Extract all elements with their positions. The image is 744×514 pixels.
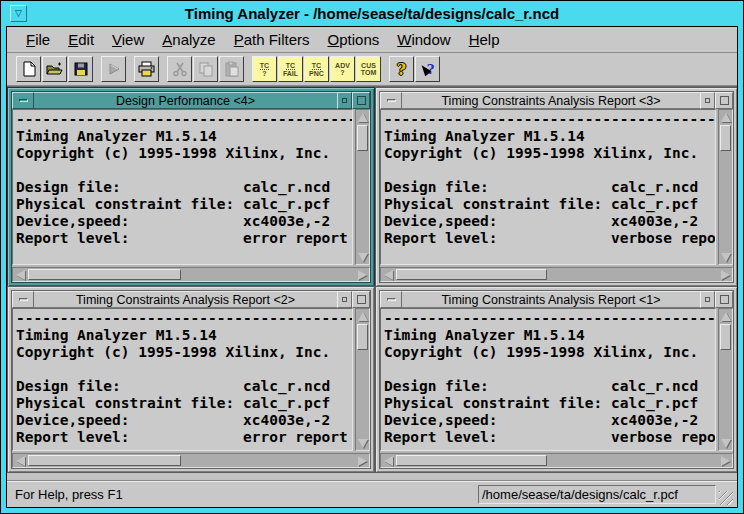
scroll-right-arrow[interactable] [355, 454, 369, 467]
scroll-left-arrow[interactable] [13, 454, 27, 467]
tc-fail-label-bottom: FAIL [283, 70, 298, 77]
menu-help[interactable]: Help [460, 28, 509, 51]
help-button[interactable]: ? [389, 56, 414, 82]
scroll-up-arrow[interactable] [719, 110, 732, 124]
horizontal-scrollbar[interactable] [380, 267, 733, 282]
child-titlebar[interactable]: Timing Constraints Analysis Report <3> [380, 92, 733, 109]
scroll-down-arrow[interactable] [356, 436, 369, 450]
minimize-button[interactable] [380, 92, 402, 109]
tc-query-button[interactable]: TC ? [252, 56, 277, 82]
menu-path-filters[interactable]: Path Filters [225, 28, 319, 51]
vertical-scrollbar[interactable] [355, 109, 370, 265]
vertical-scrollbar[interactable] [718, 109, 733, 265]
main-titlebar[interactable]: ▽ Timing Analyzer - /home/sease/ta/desig… [1, 1, 743, 26]
child-titlebar[interactable]: Timing Constraints Analysis Report <1> [380, 291, 733, 308]
context-help-button[interactable]: ? [415, 56, 440, 82]
scroll-down-arrow[interactable] [719, 436, 732, 450]
maximize-icon [720, 96, 729, 105]
mdi-client-area: Design Performance <4> -----------------… [7, 86, 737, 480]
scroll-up-arrow[interactable] [356, 110, 369, 124]
vertical-scroll-thumb[interactable] [357, 125, 368, 151]
status-path-field: /home/sease/ta/designs/calc_r.pcf [478, 485, 716, 504]
paste-button[interactable] [219, 56, 244, 82]
window-menu-icon: ▽ [15, 9, 22, 18]
minimize-icon [19, 298, 28, 301]
scroll-right-arrow[interactable] [718, 268, 732, 281]
scroll-right-arrow[interactable] [355, 268, 369, 281]
open-folder-icon [46, 61, 63, 77]
scroll-left-arrow[interactable] [381, 268, 395, 281]
maximize-button[interactable] [352, 92, 370, 109]
save-button[interactable] [68, 56, 93, 82]
minimize-button[interactable] [380, 291, 402, 308]
resize-grip[interactable] [719, 491, 733, 505]
vertical-scroll-thumb[interactable] [720, 125, 731, 151]
copy-icon [198, 61, 214, 77]
child-titlebar[interactable]: Design Performance <4> [12, 92, 370, 109]
maximize-button[interactable] [352, 291, 370, 308]
minimize-button[interactable] [12, 92, 34, 109]
minimize-button[interactable] [12, 291, 34, 308]
menu-window[interactable]: Window [388, 28, 459, 51]
run-analysis-button[interactable] [101, 56, 126, 82]
maximize-button[interactable] [715, 92, 733, 109]
restore-button[interactable] [337, 92, 352, 109]
restore-button[interactable] [700, 92, 715, 109]
new-document-icon [21, 61, 37, 77]
child-titlebar[interactable]: Timing Constraints Analysis Report <2> [12, 291, 370, 308]
menu-view[interactable]: View [103, 28, 153, 51]
advanced-query-button[interactable]: ADV ? [330, 56, 355, 82]
vertical-scrollbar[interactable] [718, 308, 733, 451]
advanced-query-label-top: ADV [335, 62, 350, 69]
scroll-left-arrow[interactable] [381, 454, 395, 467]
scroll-up-arrow[interactable] [356, 309, 369, 323]
scroll-up-arrow[interactable] [719, 309, 732, 323]
restore-button[interactable] [700, 291, 715, 308]
tc-fail-button[interactable]: TC FAIL [278, 56, 303, 82]
child-window-title: Timing Constraints Analysis Report <1> [402, 291, 700, 308]
restore-button[interactable] [337, 291, 352, 308]
horizontal-scrollbar[interactable] [380, 453, 733, 468]
report-text: ----------------------------------------… [12, 109, 353, 265]
horizontal-scroll-thumb[interactable] [396, 455, 547, 466]
status-bar: For Help, press F1 /home/sease/ta/design… [7, 480, 737, 507]
vertical-scroll-thumb[interactable] [357, 324, 368, 350]
scroll-left-arrow[interactable] [13, 268, 27, 281]
child-window-design-performance: Design Performance <4> -----------------… [8, 88, 374, 286]
new-button[interactable] [16, 56, 41, 82]
window-menu-button[interactable]: ▽ [10, 5, 27, 22]
child-window-report-1: Timing Constraints Analysis Report <1> -… [376, 287, 737, 472]
scroll-right-arrow[interactable] [718, 454, 732, 467]
toolbar: TC ? TC FAIL TC PNC ADV ? CUS TOM ? [7, 53, 737, 86]
maximize-icon [357, 295, 366, 304]
print-button[interactable] [134, 56, 159, 82]
custom-label-top: CUS [361, 62, 376, 69]
horizontal-scrollbar[interactable] [12, 267, 370, 282]
restore-icon [342, 98, 347, 103]
maximize-button[interactable] [715, 291, 733, 308]
run-triangle-icon [106, 61, 122, 77]
status-help-text: For Help, press F1 [15, 487, 478, 502]
horizontal-scroll-thumb[interactable] [28, 269, 181, 280]
open-button[interactable] [42, 56, 67, 82]
custom-button[interactable]: CUS TOM [356, 56, 381, 82]
copy-button[interactable] [193, 56, 218, 82]
vertical-scrollbar[interactable] [355, 308, 370, 451]
scroll-down-arrow[interactable] [719, 250, 732, 264]
menu-options[interactable]: Options [319, 28, 389, 51]
report-text: ----------------------------------------… [380, 109, 716, 265]
horizontal-scroll-thumb[interactable] [396, 269, 547, 280]
menu-file[interactable]: File [17, 28, 59, 51]
horizontal-scroll-thumb[interactable] [28, 455, 181, 466]
cut-button[interactable] [167, 56, 192, 82]
tc-fail-label-top: TC [286, 62, 295, 70]
report-text: ----------------------------------------… [380, 308, 716, 451]
child-window-title: Timing Constraints Analysis Report <3> [402, 92, 700, 109]
scissors-icon [172, 61, 188, 77]
horizontal-scrollbar[interactable] [12, 453, 370, 468]
tc-pnc-button[interactable]: TC PNC [304, 56, 329, 82]
scroll-down-arrow[interactable] [356, 250, 369, 264]
menu-analyze[interactable]: Analyze [153, 28, 224, 51]
vertical-scroll-thumb[interactable] [720, 324, 731, 350]
menu-edit[interactable]: Edit [59, 28, 103, 51]
